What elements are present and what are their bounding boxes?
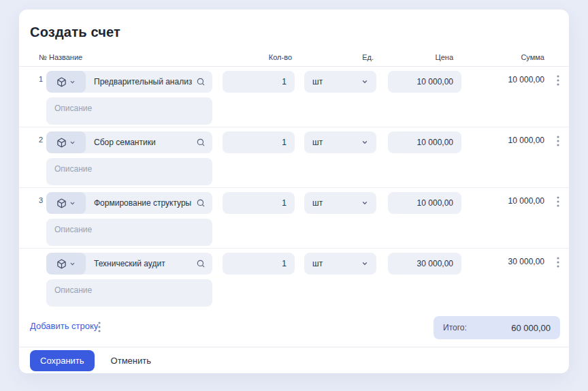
- unit-select[interactable]: шт: [304, 131, 376, 153]
- product-name-field: [46, 71, 212, 93]
- cube-icon: [56, 198, 67, 208]
- unit-value: шт: [312, 77, 323, 87]
- search-icon[interactable]: [196, 198, 206, 208]
- description-textarea[interactable]: [46, 219, 212, 246]
- search-icon[interactable]: [196, 138, 206, 147]
- unit-select[interactable]: шт: [304, 71, 376, 93]
- description-textarea[interactable]: [46, 97, 212, 125]
- header-name: Название: [49, 53, 82, 61]
- header-sum: Сумма: [461, 53, 544, 61]
- row-menu-button[interactable]: [551, 72, 565, 89]
- cancel-button[interactable]: Отменить: [105, 350, 157, 371]
- kebab-menu-icon: [557, 257, 559, 268]
- chevron-down-icon: [361, 200, 368, 206]
- chevron-down-icon: [69, 140, 76, 146]
- cube-icon: [56, 138, 67, 148]
- table-body: 1 шт 10 000,00 2: [19, 67, 569, 309]
- search-icon[interactable]: [196, 77, 206, 87]
- page-title: Создать счет: [30, 25, 120, 40]
- create-invoice-panel: Создать счет № Название Кол-во Ед. Цена …: [19, 10, 569, 373]
- table-row: 1 шт 10 000,00: [19, 67, 569, 127]
- save-button[interactable]: Сохранить: [30, 350, 95, 371]
- product-type-dropdown[interactable]: [46, 253, 86, 275]
- total-box: Итого: 60 000,00: [434, 316, 560, 339]
- quantity-input[interactable]: [223, 253, 295, 275]
- row-number: 3: [39, 196, 43, 204]
- header-num: №: [39, 53, 47, 61]
- product-name-field: [46, 192, 212, 214]
- kebab-menu-icon: [557, 196, 559, 207]
- unit-select[interactable]: шт: [304, 253, 376, 275]
- unit-value: шт: [312, 259, 323, 268]
- row-menu-button[interactable]: [551, 254, 565, 270]
- unit-select[interactable]: шт: [304, 192, 376, 214]
- cube-icon: [56, 77, 67, 87]
- header-unit: Ед.: [304, 53, 374, 61]
- description-textarea[interactable]: [46, 158, 212, 185]
- product-type-dropdown[interactable]: [46, 192, 86, 214]
- row-sum: 10 000,00: [461, 75, 544, 84]
- unit-value: шт: [312, 138, 323, 147]
- table-row: шт 30 000,00: [19, 249, 569, 309]
- product-name-input[interactable]: [86, 72, 196, 92]
- header-price: Цена: [388, 53, 453, 61]
- cube-icon: [56, 259, 67, 269]
- total-label: Итого:: [443, 323, 467, 332]
- kebab-menu-icon: [557, 75, 559, 86]
- add-row-button[interactable]: Добавить строку: [30, 321, 98, 331]
- price-input[interactable]: [388, 192, 461, 214]
- price-input[interactable]: [388, 71, 461, 93]
- total-value: 60 000,00: [511, 323, 551, 333]
- row-sum: 10 000,00: [461, 196, 544, 206]
- row-sum: 10 000,00: [461, 136, 544, 145]
- product-name-field: [46, 131, 212, 153]
- product-name-input[interactable]: [86, 193, 196, 213]
- chevron-down-icon: [361, 78, 368, 85]
- table-row: 3 шт 10 000,00: [19, 188, 569, 249]
- product-name-input[interactable]: [86, 132, 196, 153]
- chevron-down-icon: [361, 260, 368, 267]
- row-sum: 30 000,00: [461, 257, 544, 266]
- table-header: № Название Кол-во Ед. Цена Сумма: [19, 49, 569, 67]
- unit-value: шт: [312, 198, 323, 208]
- chevron-down-icon: [361, 139, 368, 146]
- add-row-menu-button[interactable]: [93, 319, 106, 334]
- row-number: 2: [39, 136, 43, 144]
- table-row: 2 шт 10 000,00: [19, 127, 569, 188]
- product-name-input[interactable]: [86, 253, 196, 274]
- product-type-dropdown[interactable]: [46, 131, 86, 153]
- quantity-input[interactable]: [223, 192, 295, 214]
- quantity-input[interactable]: [223, 131, 295, 153]
- chevron-down-icon: [69, 79, 76, 85]
- row-menu-button[interactable]: [551, 193, 565, 210]
- chevron-down-icon: [69, 261, 76, 267]
- product-name-field: [46, 253, 212, 275]
- description-textarea[interactable]: [46, 279, 212, 307]
- price-input[interactable]: [388, 253, 461, 275]
- footer-actions: Сохранить Отменить: [19, 347, 569, 373]
- row-menu-button[interactable]: [551, 133, 565, 149]
- header-qty: Кол-во: [223, 53, 292, 61]
- kebab-menu-icon: [557, 136, 559, 146]
- row-number: 1: [39, 75, 43, 83]
- quantity-input[interactable]: [223, 71, 295, 93]
- search-icon[interactable]: [196, 259, 206, 268]
- kebab-menu-icon: [98, 322, 101, 332]
- chevron-down-icon: [69, 200, 76, 206]
- product-type-dropdown[interactable]: [46, 71, 86, 93]
- price-input[interactable]: [388, 131, 461, 153]
